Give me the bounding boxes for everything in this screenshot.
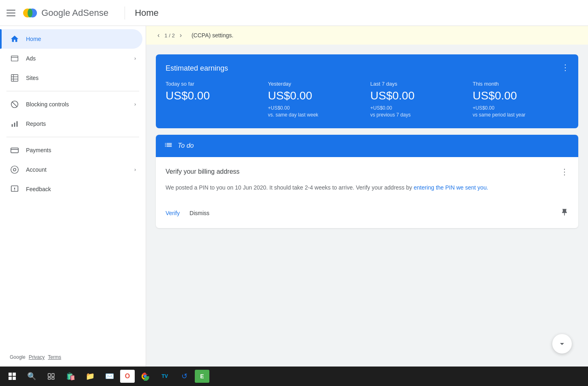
todo-item-body-link[interactable]: entering the PIN we sent you. xyxy=(414,184,488,191)
blocking-chevron-icon: › xyxy=(134,101,136,107)
earnings-thismonth-amount: US$0.00 xyxy=(473,89,569,102)
sidebar-item-feedback-label: Feedback xyxy=(26,186,51,192)
sidebar-item-ads[interactable]: Ads › xyxy=(0,49,142,68)
svg-rect-14 xyxy=(11,148,18,153)
earnings-today-amount: US$0.00 xyxy=(166,89,261,102)
sidebar-divider-1 xyxy=(6,91,139,91)
footer-terms-link[interactable]: Terms xyxy=(48,354,61,360)
payments-icon xyxy=(10,145,19,155)
header-divider xyxy=(125,6,125,19)
svg-rect-3 xyxy=(11,56,18,61)
todo-pin-button[interactable] xyxy=(560,208,569,218)
earnings-last7-amount: US$0.00 xyxy=(370,89,466,102)
taskbar-office-button[interactable]: O xyxy=(120,370,135,383)
todo-dismiss-button[interactable]: Dismiss xyxy=(190,210,209,216)
account-chevron-icon: › xyxy=(134,167,136,173)
taskbar-taskview-button[interactable] xyxy=(42,368,60,384)
sidebar-item-home-label: Home xyxy=(26,36,41,42)
todo-item-title: Verify your billing address ⋮ xyxy=(166,167,569,177)
todo-item-body: We posted a PIN to you on 10 Jun 2020. I… xyxy=(166,183,569,192)
svg-rect-11 xyxy=(12,124,13,127)
svg-rect-21 xyxy=(13,373,16,376)
earnings-card: Estimated earnings ⋮ Today so far US$0.0… xyxy=(156,54,578,128)
earnings-last7-compare: +US$0.00vs previous 7 days xyxy=(370,105,466,119)
logo-text: Google AdSense xyxy=(41,8,108,18)
main-content: ‹ 1 / 2 › (CCPA) settings. Estimated ear… xyxy=(146,26,588,367)
hamburger-menu-button[interactable] xyxy=(6,10,15,16)
sidebar: Home Ads › Sites Blocking controls › xyxy=(0,26,146,367)
earnings-yesterday-compare: +US$0.00vs. same day last week xyxy=(268,105,364,119)
earnings-yesterday: Yesterday US$0.00 +US$0.00vs. same day l… xyxy=(268,81,364,119)
taskbar-store-button[interactable]: 🛍️ xyxy=(62,368,80,384)
taskbar-editor-button[interactable]: E xyxy=(195,370,209,383)
sidebar-divider-2 xyxy=(6,137,139,137)
notice-text: (CCPA) settings. xyxy=(192,32,233,39)
footer-brand: Google xyxy=(10,354,26,360)
top-header: Google AdSense Home xyxy=(0,0,588,26)
scroll-down-button[interactable] xyxy=(552,334,572,354)
feedback-icon xyxy=(10,184,19,194)
ads-icon xyxy=(10,54,19,63)
svg-point-16 xyxy=(13,168,16,171)
blocking-controls-icon xyxy=(10,99,19,109)
svg-rect-20 xyxy=(9,373,12,376)
sidebar-item-feedback[interactable]: Feedback xyxy=(0,179,142,199)
earnings-thismonth-label: This month xyxy=(473,81,569,87)
taskbar: 🔍 🛍️ 📁 ✉️ O TV ↺ E xyxy=(0,367,588,386)
sidebar-item-payments[interactable]: Payments xyxy=(0,140,142,160)
svg-rect-25 xyxy=(52,373,54,377)
sidebar-item-account[interactable]: Account › xyxy=(0,160,142,179)
svg-rect-5 xyxy=(11,75,18,82)
svg-rect-12 xyxy=(14,123,15,127)
earnings-more-button[interactable]: ⋮ xyxy=(559,61,572,74)
todo-actions: Verify Dismiss xyxy=(166,208,569,218)
taskbar-ccleaner-button[interactable]: ↺ xyxy=(175,368,193,384)
taskbar-mail-button[interactable]: ✉️ xyxy=(101,368,118,384)
taskbar-search-button[interactable]: 🔍 xyxy=(23,368,41,384)
taskbar-files-button[interactable]: 📁 xyxy=(81,368,99,384)
page-title: Home xyxy=(135,8,159,18)
earnings-last7: Last 7 days US$0.00 +US$0.00vs previous … xyxy=(370,81,466,119)
notice-nav: ‹ 1 / 2 › xyxy=(156,31,183,40)
sidebar-item-home[interactable]: Home xyxy=(0,29,142,49)
taskbar-teamviewer-button[interactable]: TV xyxy=(156,368,174,384)
todo-card: To do Verify your billing address ⋮ We p… xyxy=(156,135,578,228)
todo-header-title: To do xyxy=(178,142,194,149)
earnings-thismonth-compare: +US$0.00vs same period last year xyxy=(473,105,569,119)
svg-rect-27 xyxy=(52,377,54,380)
taskbar-start-button[interactable] xyxy=(3,368,21,384)
svg-rect-22 xyxy=(9,377,12,380)
todo-header: To do xyxy=(156,135,578,157)
footer-privacy-link[interactable]: Privacy xyxy=(29,354,45,360)
todo-verify-button[interactable]: Verify xyxy=(166,210,180,216)
account-icon xyxy=(10,165,19,175)
sidebar-footer: Google Privacy Terms xyxy=(0,348,146,367)
notice-pagination: 1 / 2 xyxy=(164,32,174,39)
notice-next-button[interactable]: › xyxy=(178,31,183,40)
sites-icon xyxy=(10,73,19,83)
earnings-title: Estimated earnings xyxy=(166,64,569,73)
svg-rect-24 xyxy=(48,373,51,377)
sidebar-item-reports[interactable]: Reports xyxy=(0,114,142,134)
notice-prev-button[interactable]: ‹ xyxy=(156,31,161,40)
notice-banner: ‹ 1 / 2 › (CCPA) settings. xyxy=(146,26,588,45)
sidebar-item-payments-label: Payments xyxy=(26,147,51,153)
svg-rect-13 xyxy=(17,121,18,127)
todo-header-icon xyxy=(164,140,173,151)
earnings-last7-label: Last 7 days xyxy=(370,81,466,87)
sidebar-item-blocking-controls[interactable]: Blocking controls › xyxy=(0,95,142,114)
earnings-thismonth: This month US$0.00 +US$0.00vs same perio… xyxy=(473,81,569,119)
svg-rect-23 xyxy=(13,377,16,380)
sidebar-item-account-label: Account xyxy=(26,166,47,173)
earnings-yesterday-amount: US$0.00 xyxy=(268,89,364,102)
earnings-yesterday-label: Yesterday xyxy=(268,81,364,87)
taskbar-chrome-button[interactable] xyxy=(136,368,154,384)
sidebar-item-reports-label: Reports xyxy=(26,121,46,127)
svg-line-10 xyxy=(12,102,17,107)
sidebar-item-sites[interactable]: Sites xyxy=(0,68,142,88)
cards-area: Estimated earnings ⋮ Today so far US$0.0… xyxy=(146,45,588,238)
sidebar-item-sites-label: Sites xyxy=(26,75,39,81)
todo-item-more-button[interactable]: ⋮ xyxy=(560,167,569,177)
svg-point-2 xyxy=(28,9,32,17)
sidebar-item-ads-label: Ads xyxy=(26,55,36,62)
